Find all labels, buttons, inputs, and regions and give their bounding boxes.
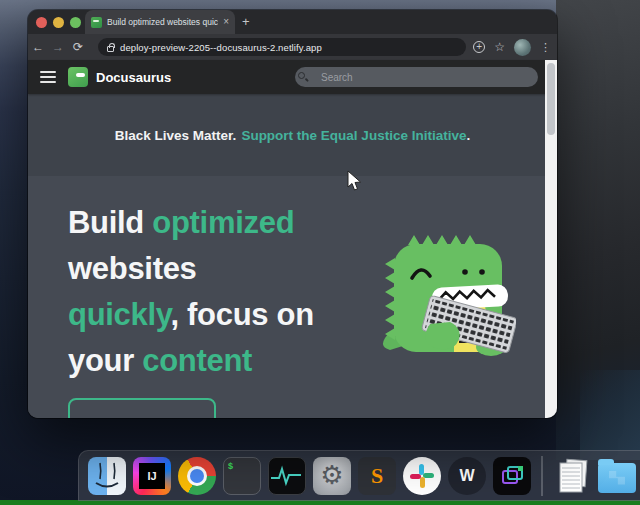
chrome-icon[interactable] [178, 457, 216, 495]
documents-stack-icon[interactable] [553, 457, 591, 495]
tab-close-icon[interactable]: × [223, 17, 229, 27]
announcement-banner: Black Lives Matter. Support the Equal Ju… [28, 94, 557, 176]
tab-strip: Build optimized websites quick × + [28, 10, 557, 34]
banner-suffix: . [466, 128, 470, 143]
search-input[interactable] [295, 67, 538, 87]
mouse-cursor [347, 170, 363, 192]
profile-avatar[interactable] [514, 39, 531, 56]
new-tab-button[interactable]: + [242, 14, 250, 29]
macos-dock: IJ $ ⚙ S W [78, 450, 640, 501]
hero-section: Build optimized websites quickly, focus … [28, 176, 557, 418]
get-started-button[interactable] [68, 398, 216, 418]
docusaurus-page: Docusaurus Black Lives Matter. Support t… [28, 60, 557, 418]
windows-switcher-app-icon[interactable] [493, 457, 531, 495]
dock-divider [541, 456, 543, 496]
docusaurus-logo[interactable] [68, 67, 88, 87]
traffic-lights [36, 17, 81, 28]
lock-icon [107, 46, 114, 52]
forward-icon[interactable]: → [48, 40, 68, 54]
minimize-window-button[interactable] [53, 17, 64, 28]
scrollbar-thumb[interactable] [547, 63, 555, 135]
browser-window: Build optimized websites quick × + ← → ⟳… [28, 10, 557, 418]
address-bar[interactable]: deploy-preview-2205--docusaurus-2.netlif… [98, 38, 466, 56]
wallpaper-cliffs [556, 0, 640, 460]
slack-icon[interactable] [403, 457, 441, 495]
url-text: deploy-preview-2205--docusaurus-2.netlif… [120, 42, 322, 53]
hamburger-menu-icon[interactable] [40, 71, 56, 83]
bookmark-star-icon[interactable]: ☆ [494, 40, 505, 54]
close-window-button[interactable] [36, 17, 47, 28]
browser-toolbar: ← → ⟳ deploy-preview-2205--docusaurus-2.… [28, 34, 557, 60]
sublime-text-icon[interactable]: S [358, 457, 396, 495]
hero-headline: Build optimized websites quickly, focus … [68, 200, 380, 384]
zoom-window-button[interactable] [70, 17, 81, 28]
circled-plus-icon[interactable]: + [473, 41, 485, 53]
terminal-icon[interactable]: $ [223, 457, 261, 495]
banner-text: Black Lives Matter. [115, 128, 237, 143]
search-icon [298, 72, 305, 79]
intellij-idea-icon[interactable]: IJ [133, 457, 171, 495]
toolbar-right: + ☆ ⋮ [473, 34, 551, 60]
workplace-icon[interactable]: W [448, 457, 486, 495]
back-icon[interactable]: ← [28, 40, 48, 54]
banner-link[interactable]: Support the Equal Justice Initiative [241, 128, 466, 143]
system-preferences-icon[interactable]: ⚙ [313, 457, 351, 495]
site-brand[interactable]: Docusaurus [96, 70, 171, 85]
docusaurus-favicon [91, 17, 102, 28]
docusaurus-mascot-illustration [366, 216, 516, 356]
activity-monitor-icon[interactable] [268, 457, 306, 495]
page-scrollbar[interactable] [545, 60, 557, 418]
tab-title: Build optimized websites quick [107, 17, 218, 27]
reload-icon[interactable]: ⟳ [68, 40, 88, 54]
browser-menu-icon[interactable]: ⋮ [540, 41, 551, 54]
desktop: Build optimized websites quick × + ← → ⟳… [0, 0, 640, 505]
browser-tab[interactable]: Build optimized websites quick × [85, 10, 235, 34]
site-navbar: Docusaurus [28, 60, 557, 94]
shared-folder-icon[interactable] [598, 463, 636, 493]
finder-icon[interactable] [88, 457, 126, 495]
